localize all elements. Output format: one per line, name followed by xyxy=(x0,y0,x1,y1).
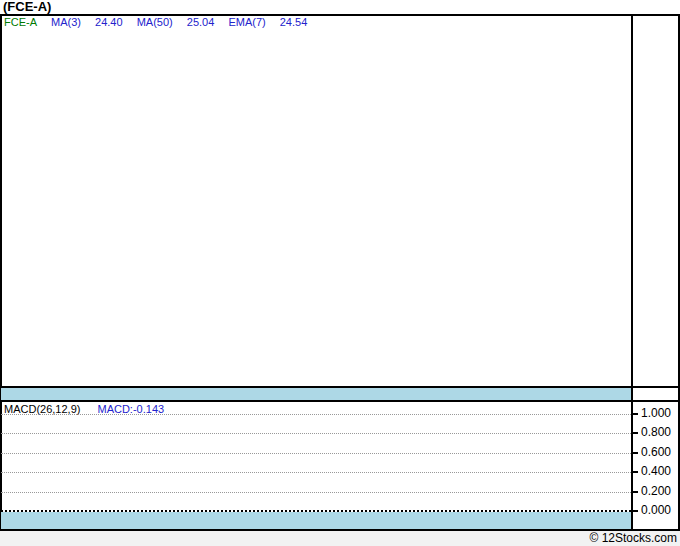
footer-bar: © 12Stocks.com xyxy=(0,531,680,546)
y-tick-mark xyxy=(632,432,638,434)
separator-border-bottom xyxy=(0,400,680,402)
symbol-label: FCE-A xyxy=(4,16,37,28)
macd-gridline-0800 xyxy=(1,433,631,434)
date-strip-upper xyxy=(1,388,631,400)
macd-gridline-0400 xyxy=(1,472,631,473)
y-tick-mark xyxy=(632,510,638,512)
ma50-label: MA(50) xyxy=(137,16,173,28)
site-credit-link[interactable]: © 12Stocks.com xyxy=(589,531,677,546)
ma3-value: 24.40 xyxy=(95,16,123,28)
stock-chart-page: (FCE-A) FCE-A MA(3) 24.40 MA(50) 25.04 E… xyxy=(0,0,680,546)
y-tick-label: 1.000 xyxy=(641,406,679,421)
y-tick-mark xyxy=(632,491,638,493)
ema7-value: 24.54 xyxy=(280,16,308,28)
y-tick-mark xyxy=(632,413,638,415)
y-tick-label: 0.600 xyxy=(641,445,679,460)
ema7-label: EMA(7) xyxy=(228,16,265,28)
page-title: (FCE-A) xyxy=(3,0,51,14)
y-tick-label: 0.800 xyxy=(641,425,679,440)
ma50-value: 25.04 xyxy=(187,16,215,28)
ma3-label: MA(3) xyxy=(51,16,81,28)
y-tick-label: 0.000 xyxy=(641,503,679,518)
y-tick-label: 0.200 xyxy=(641,484,679,499)
price-legend: FCE-A MA(3) 24.40 MA(50) 25.04 EMA(7) 24… xyxy=(4,16,318,29)
macd-gridline-0600 xyxy=(1,453,631,454)
macd-gridline-0200 xyxy=(1,492,631,493)
macd-gridline-1000 xyxy=(1,414,631,415)
date-strip-lower xyxy=(1,512,631,529)
y-tick-mark xyxy=(632,471,638,473)
title-bar: (FCE-A) xyxy=(0,0,680,14)
y-tick-label: 0.400 xyxy=(641,464,679,479)
y-tick-mark xyxy=(632,452,638,454)
